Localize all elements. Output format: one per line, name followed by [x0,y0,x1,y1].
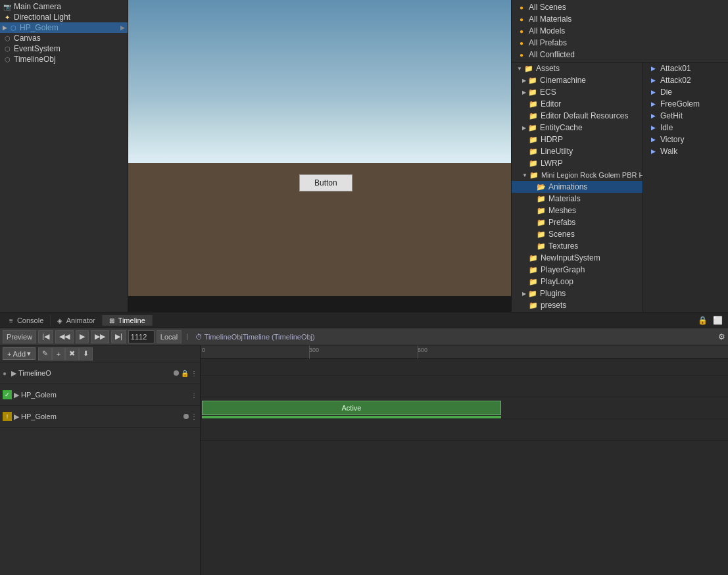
anim-attack01[interactable]: ▶ Attack01 [643,63,728,74]
track3-name: HP_Golem [21,413,183,420]
presets-label: presets [541,301,566,310]
folder-mini-legion[interactable]: ▼ Mini Legion Rock Golem PBR HP [512,169,643,181]
track1-menu-icon[interactable]: ⋮ [191,370,197,377]
folder-materials[interactable]: Materials [512,193,643,205]
timeline-path-separator: | [183,333,191,340]
go-to-start-button[interactable]: |◀ [38,330,53,343]
folder-textures[interactable]: Textures [512,240,643,252]
folder-animations[interactable]: Animations [512,181,643,193]
folder-entity-cache[interactable]: ▶ EntityCache [512,122,643,134]
tab-animator[interactable]: ◈ Animator [51,315,102,326]
hierarchy-item-timeline-obj[interactable]: ⬡ TimelineObj [0,54,128,64]
cinemachine-arrow-icon: ▶ [522,78,526,84]
ruler-spacer-row [201,359,728,376]
folder-ecs[interactable]: ▶ ECS [512,86,643,98]
filter-all-prefabs[interactable]: ● All Prefabs [512,37,728,49]
folder-editor[interactable]: Editor [512,98,643,110]
hierarchy-item-event-system[interactable]: ⬡ EventSystem [0,43,128,54]
track3-menu-icon[interactable]: ⋮ [191,413,197,420]
lock-icon[interactable]: 🔒 [695,316,710,325]
folder-timeline[interactable]: TimeLine [512,311,643,312]
folder-player-graph[interactable]: PlayerGraph [512,264,643,276]
add-track-button[interactable]: + Add ▾ [3,347,36,360]
hierarchy-label-canvas: Canvas [14,34,41,43]
anim-label-free-golem: FreeGolem [660,99,700,109]
animations-list-panel: ▶ Attack01 ▶ Attack02 ▶ Die [643,63,728,312]
hierarchy-item-main-camera[interactable]: 📷 Main Camera [0,1,128,12]
tab-timeline[interactable]: ⊞ Timeline [103,315,153,326]
local-button[interactable]: Local [157,330,182,343]
folder-prefabs[interactable]: Prefabs [512,216,643,228]
active-clip[interactable]: Active [202,401,501,415]
line-utility-icon [529,147,538,156]
track2-icon: ▶ [14,391,19,399]
clip-add-button[interactable]: + [52,347,65,361]
anim-get-hit[interactable]: ▶ GetHit [643,110,728,122]
filter-all-models[interactable]: ● All Models [512,25,728,37]
play-button[interactable]: ▶ [76,330,89,343]
project-content-area: ▼ Assets ▶ Cinemachine ▶ ECS Editor [512,63,728,312]
game-view: Button [128,0,511,312]
folder-hdrp[interactable]: HDRP [512,134,643,145]
filter-label-all-scenes: All Scenes [529,3,566,12]
folder-presets[interactable]: presets [512,299,643,311]
anim-die[interactable]: ▶ Die [643,86,728,98]
go-to-end-button[interactable]: ▶| [111,330,126,343]
anim-victory[interactable]: ▶ Victory [643,134,728,145]
textures-icon [537,241,546,251]
assets-root[interactable]: ▼ Assets [512,63,643,74]
hierarchy-item-directional-light[interactable]: ✦ Directional Light [0,12,128,22]
mini-legion-icon [529,170,539,180]
folder-play-loop[interactable]: PlayLoop [512,276,643,288]
cinemachine-icon [528,76,537,85]
track1-lock-icon[interactable]: 🔒 [181,370,189,377]
folder-meshes[interactable]: Meshes [512,205,643,216]
anim-walk[interactable]: ▶ Walk [643,145,728,157]
timeline-clips-area: 0 300 600 Active [201,345,728,575]
scenes-label: Scenes [548,230,575,239]
maximize-icon[interactable]: ⬜ [710,316,725,325]
player-graph-label: PlayerGraph [541,265,585,274]
folder-editor-default[interactable]: Editor Default Resources [512,110,643,122]
line-utility-label: LineUtilty [541,147,573,156]
anim-idle[interactable]: ▶ Idle [643,122,728,134]
add-dropdown-icon: ▾ [27,349,31,358]
go-to-start-icon: |◀ [42,332,49,341]
folder-line-utility[interactable]: LineUtilty [512,145,643,157]
timeline-tabs-bar: ≡ Console ◈ Animator ⊞ Timeline 🔒 ⬜ [0,312,728,328]
folder-scenes[interactable]: Scenes [512,228,643,240]
folder-lwrp[interactable]: LWRP [512,157,643,169]
add-icon: + [7,350,11,358]
circle-icon-prefabs: ● [517,38,526,47]
settings-gear-icon[interactable]: ⚙ [718,332,725,341]
anim-free-golem[interactable]: ▶ FreeGolem [643,98,728,110]
timeline-main-content: + Add ▾ ✎ + ✖ ⬇ ● ▶ [0,345,728,575]
filter-all-conflicted[interactable]: ● All Conflicted [512,49,728,61]
clip-more-button[interactable]: ⬇ [79,347,93,361]
preview-button[interactable]: Preview [3,330,36,343]
track2-menu-icon[interactable]: ⋮ [191,391,197,399]
folder-new-input-system[interactable]: NewInputSystem [512,252,643,264]
tab-console[interactable]: ≡ Console [3,315,51,326]
track2-check[interactable]: ✓ [3,390,12,399]
folder-cinemachine[interactable]: ▶ Cinemachine [512,74,643,86]
hierarchy-item-canvas[interactable]: ⬡ Canvas [0,33,128,43]
frame-number-input[interactable] [128,330,155,343]
game-ui-button[interactable]: Button [299,174,352,191]
assets-folder-icon [524,64,533,73]
clip-edit-button[interactable]: ✎ [38,347,52,361]
anim-attack02[interactable]: ▶ Attack02 [643,74,728,86]
clip-delete-button[interactable]: ✖ [65,347,79,361]
filter-all-scenes[interactable]: ● All Scenes [512,1,728,13]
hierarchy-item-hp-golem[interactable]: ▶ ⬡ HP_Golem ▶ [0,22,128,33]
step-forward-icon: ▶▶ [95,332,105,341]
entity-cache-icon [528,123,537,132]
filter-all-materials[interactable]: ● All Materials [512,13,728,25]
step-forward-button[interactable]: ▶▶ [91,330,109,343]
hierarchy-label-main-camera: Main Camera [14,2,61,11]
anim-label-walk: Walk [660,147,677,156]
step-back-button[interactable]: ◀◀ [55,330,74,343]
folder-plugins[interactable]: ▶ Plugins [512,288,643,299]
anim-icon-attack01: ▶ [648,64,658,73]
game-viewport: Button [128,0,511,296]
